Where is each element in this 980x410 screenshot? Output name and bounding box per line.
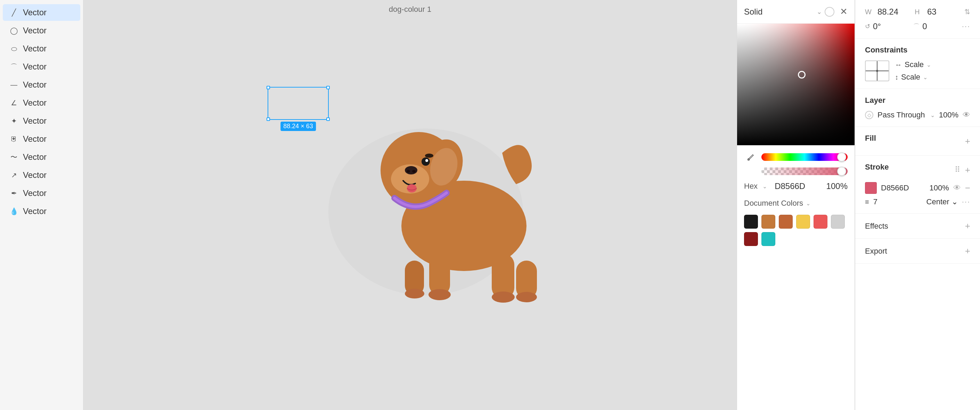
layer-opacity[interactable]: 100%	[939, 111, 958, 119]
svg-point-12	[407, 184, 417, 192]
swatch-5[interactable]	[831, 215, 845, 229]
stroke-align-select[interactable]: Center ⌄	[926, 197, 958, 207]
hex-chevron[interactable]: ⌄	[762, 183, 767, 190]
sidebar-item-2[interactable]: ⬭ Vector	[3, 40, 80, 57]
corner-field: ⌒ 0	[913, 22, 956, 31]
swatch-4[interactable]	[813, 215, 827, 229]
layer-blend-icon: ◇	[865, 111, 873, 119]
hex-label[interactable]: Hex	[744, 182, 757, 191]
sidebar-item-4[interactable]: — Vector	[3, 76, 80, 93]
sidebar-item-0[interactable]: ╱ Vector	[3, 4, 80, 21]
more-button[interactable]: ···	[962, 22, 970, 31]
stroke-align-chevron[interactable]: ⌄	[951, 197, 958, 207]
layer-visibility-icon[interactable]: 👁	[963, 111, 970, 119]
sidebar-label-4: Vector	[23, 80, 46, 90]
h-arrows-icon: ↔	[895, 61, 902, 69]
hex-value[interactable]: D8566D	[775, 181, 821, 191]
constraints-title: Constraints	[865, 46, 970, 54]
hex-opacity[interactable]: 100%	[826, 181, 848, 191]
stroke-row: D8566D 100% 👁 −	[865, 182, 970, 194]
swatch-1[interactable]	[761, 215, 775, 229]
fill-header: Fill +	[865, 134, 970, 148]
constraint-selects: ↔ Scale ⌄ ↕ Scale ⌄	[895, 60, 931, 82]
vector-icon-0: ╱	[10, 8, 18, 17]
swatch-2[interactable]	[779, 215, 793, 229]
canvas-title: dog-colour 1	[389, 5, 431, 14]
alpha-slider-row	[737, 165, 854, 177]
sidebar-item-1[interactable]: ◯ Vector	[3, 22, 80, 39]
sidebar-label-7: Vector	[23, 134, 46, 144]
stroke-width[interactable]: 7	[873, 197, 922, 207]
sidebar-item-9[interactable]: ↗ Vector	[3, 167, 80, 183]
picker-close-button[interactable]: ✕	[840, 6, 848, 17]
sidebar-item-7[interactable]: ⛨ Vector	[3, 130, 80, 147]
handle-tr[interactable]	[326, 86, 330, 89]
swatch-3[interactable]	[796, 215, 810, 229]
swatch-0[interactable]	[744, 215, 758, 229]
swatch-7[interactable]	[761, 232, 775, 246]
layer-blend-mode[interactable]: Pass Through	[878, 111, 926, 119]
v-chevron[interactable]: ⌄	[923, 74, 928, 81]
export-add-button[interactable]: +	[965, 246, 970, 256]
rotation-value[interactable]: 0°	[873, 22, 881, 31]
constraints-section: Constraints ↔ Scale ⌄ ↕ Scale ⌄	[855, 38, 980, 89]
hue-slider-container	[737, 145, 854, 165]
color-type-chevron[interactable]: ⌄	[817, 8, 822, 16]
sidebar-item-11[interactable]: 💧 Vector	[3, 203, 80, 219]
effects-add-button[interactable]: +	[965, 221, 970, 231]
export-title: Export	[865, 247, 887, 256]
svg-point-11	[425, 154, 433, 158]
stroke-opacity[interactable]: 100%	[930, 183, 949, 192]
stroke-color-swatch[interactable]	[865, 182, 877, 194]
blend-mode-chevron[interactable]: ⌄	[930, 112, 935, 119]
width-field: W 88.24	[865, 7, 909, 17]
color-type-label[interactable]: Solid	[744, 7, 814, 17]
height-value[interactable]: 63	[927, 7, 937, 17]
eyedropper-button[interactable]	[744, 151, 757, 163]
vector-icon-2: ⬭	[10, 44, 18, 53]
sidebar-label-0: Vector	[23, 8, 46, 17]
sidebar-item-8[interactable]: 〜 Vector	[3, 149, 80, 165]
layer-title: Layer	[865, 96, 886, 105]
sidebar-item-6[interactable]: ✦ Vector	[3, 113, 80, 129]
rotation-icon: ↺	[865, 22, 870, 30]
constraint-diagram	[865, 60, 889, 81]
stroke-remove-button[interactable]: −	[965, 183, 970, 194]
width-label: W	[865, 8, 875, 16]
vector-icon-10: ✒	[10, 189, 18, 197]
color-gradient-area[interactable]	[737, 24, 854, 145]
h-chevron[interactable]: ⌄	[926, 62, 931, 68]
layer-section: Layer ◇ Pass Through ⌄ 100% 👁	[855, 89, 980, 127]
stroke-hex[interactable]: D8566D	[881, 183, 926, 192]
layer-header: Layer	[865, 96, 970, 111]
sidebar-label-6: Vector	[23, 116, 46, 126]
handle-bl[interactable]	[267, 118, 270, 121]
doc-colors-label: Document Colors	[744, 199, 803, 208]
width-value[interactable]: 88.24	[878, 7, 898, 17]
sidebar-item-5[interactable]: ∠ Vector	[3, 94, 80, 111]
h-constraint-select[interactable]: ↔ Scale ⌄	[895, 60, 931, 69]
stroke-grid-icon: ⠿	[955, 165, 960, 175]
svg-point-17	[428, 289, 451, 300]
stroke-more-button[interactable]: ···	[962, 197, 970, 207]
rotation-field: ↺ 0°	[865, 22, 908, 31]
hue-slider[interactable]	[761, 153, 848, 161]
doc-colors-chevron[interactable]: ⌄	[806, 200, 810, 207]
fill-add-button[interactable]: +	[965, 136, 970, 147]
svg-point-7	[407, 170, 410, 173]
sidebar-label-11: Vector	[23, 207, 46, 216]
swatch-6[interactable]	[744, 232, 758, 246]
corner-value[interactable]: 0	[922, 22, 927, 31]
stroke-add-button[interactable]: +	[965, 165, 970, 175]
canvas-area[interactable]: dog-colour 1	[83, 0, 737, 410]
sidebar: ╱ Vector ◯ Vector ⬭ Vector ⌒ Vector — Ve…	[0, 0, 83, 410]
sidebar-item-3[interactable]: ⌒ Vector	[3, 58, 80, 75]
handle-tl[interactable]	[267, 86, 270, 89]
v-constraint-select[interactable]: ↕ Scale ⌄	[895, 73, 931, 82]
document-colors-header[interactable]: Document Colors ⌄	[737, 195, 854, 211]
selection-box	[267, 87, 329, 120]
dimension-stepper[interactable]: ⇅	[964, 8, 970, 16]
stroke-visibility-icon[interactable]: 👁	[953, 183, 961, 192]
alpha-slider[interactable]	[761, 167, 848, 175]
sidebar-item-10[interactable]: ✒ Vector	[3, 185, 80, 202]
